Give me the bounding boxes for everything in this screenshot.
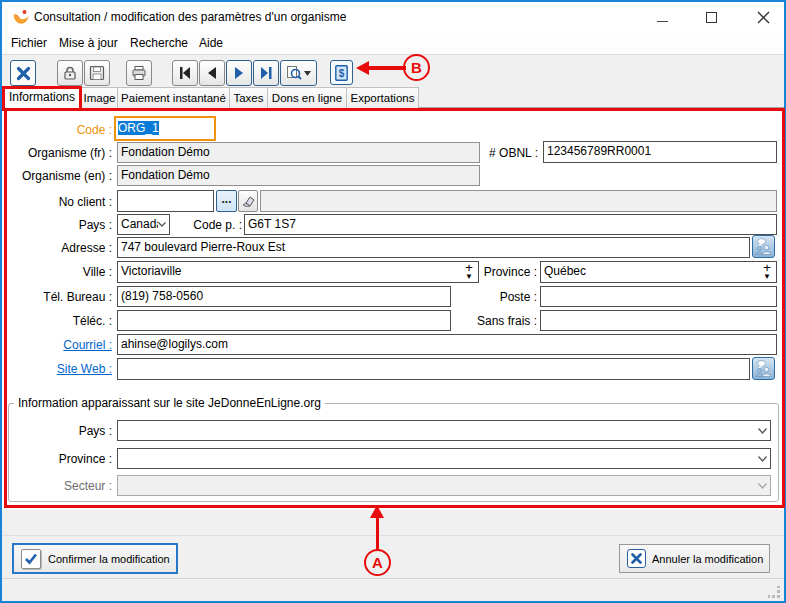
lock-button[interactable] bbox=[57, 60, 83, 86]
minimize-icon bbox=[657, 21, 668, 23]
maximize-icon bbox=[706, 12, 717, 23]
search-button[interactable] bbox=[280, 60, 317, 86]
tab-image[interactable]: Image bbox=[81, 87, 118, 108]
title-bar: Consultation / modification des paramètr… bbox=[2, 2, 784, 32]
maximize-button[interactable] bbox=[688, 2, 734, 32]
menu-recherche[interactable]: Recherche bbox=[130, 33, 188, 54]
confirm-button-label: Confirmer la modification bbox=[48, 553, 170, 565]
minimize-button[interactable] bbox=[639, 2, 685, 32]
next-record-icon bbox=[232, 66, 246, 80]
menu-aide[interactable]: Aide bbox=[199, 33, 223, 54]
window: Consultation / modification des paramètr… bbox=[0, 0, 786, 603]
first-record-icon bbox=[178, 66, 192, 80]
lock-icon bbox=[62, 65, 78, 81]
last-record-icon bbox=[259, 66, 273, 80]
annotation-circle-a: A bbox=[364, 549, 391, 576]
first-record-button[interactable] bbox=[172, 60, 198, 86]
previous-record-button[interactable] bbox=[199, 60, 225, 86]
menu-mise-a-jour[interactable]: Mise à jour bbox=[59, 33, 118, 54]
toolbar: $ bbox=[2, 54, 784, 87]
app-logo-icon bbox=[12, 9, 30, 26]
menu-bar: Fichier Mise à jour Recherche Aide bbox=[2, 33, 784, 54]
next-record-button[interactable] bbox=[226, 60, 252, 86]
close-x-icon bbox=[16, 66, 31, 81]
status-bar bbox=[2, 578, 784, 601]
window-title: Consultation / modification des paramètr… bbox=[34, 2, 346, 32]
check-icon bbox=[21, 549, 41, 569]
annotation-arrow-a-line bbox=[376, 517, 380, 550]
last-record-button[interactable] bbox=[253, 60, 279, 86]
annotation-rect-form bbox=[4, 108, 785, 508]
annotation-circle-b: B bbox=[403, 54, 430, 81]
print-button[interactable] bbox=[126, 60, 152, 86]
save-button[interactable] bbox=[84, 60, 110, 86]
tab-dons-en-ligne[interactable]: Dons en ligne bbox=[267, 87, 347, 108]
svg-text:$: $ bbox=[339, 67, 345, 78]
save-icon bbox=[89, 65, 105, 81]
cancel-button[interactable]: Annuler la modification bbox=[619, 544, 770, 573]
close-button[interactable] bbox=[740, 2, 786, 32]
cancel-button-label: Annuler la modification bbox=[652, 553, 763, 565]
tab-taxes[interactable]: Taxes bbox=[229, 87, 268, 108]
previous-record-icon bbox=[205, 66, 219, 80]
tab-exportations[interactable]: Exportations bbox=[346, 87, 419, 108]
annotation-arrow-a-head bbox=[370, 505, 384, 518]
tab-paiement-instantane[interactable]: Paiement instantané bbox=[117, 87, 230, 108]
divider bbox=[2, 535, 784, 536]
cancel-x-icon bbox=[627, 549, 646, 568]
confirm-button[interactable]: Confirmer la modification bbox=[12, 543, 178, 574]
annotation-arrow-b-line bbox=[368, 66, 406, 70]
menu-fichier[interactable]: Fichier bbox=[11, 33, 47, 54]
instant-payment-button[interactable]: $ bbox=[330, 60, 353, 85]
instant-payment-icon: $ bbox=[335, 65, 348, 81]
close-icon bbox=[757, 11, 770, 24]
resize-grip-icon[interactable] bbox=[768, 586, 781, 599]
close-form-button[interactable] bbox=[10, 60, 36, 86]
annotation-arrow-b-head bbox=[356, 61, 369, 75]
print-icon bbox=[131, 65, 147, 81]
search-dropdown-icon bbox=[304, 71, 311, 76]
search-icon bbox=[286, 65, 302, 81]
